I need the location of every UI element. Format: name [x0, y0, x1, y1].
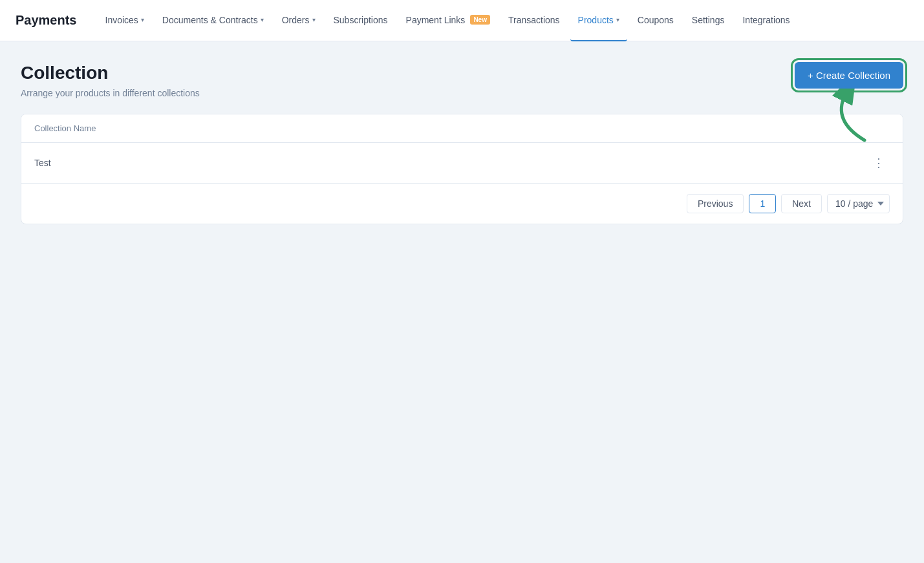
- nav-item-payment-links[interactable]: Payment LinksNew: [398, 0, 498, 41]
- page-subtitle: Arrange your products in different colle…: [21, 88, 200, 98]
- page-title-group: Collection Arrange your products in diff…: [21, 62, 200, 98]
- nav-item-subscriptions[interactable]: Subscriptions: [326, 0, 396, 41]
- table-header-row: Collection Name: [21, 114, 903, 143]
- page-header: Collection Arrange your products in diff…: [21, 62, 903, 98]
- nav-item-transactions[interactable]: Transactions: [500, 0, 568, 41]
- per-page-select[interactable]: 10 / page20 / page50 / page: [827, 194, 890, 213]
- next-button[interactable]: Next: [781, 194, 822, 213]
- nav-item-integrations[interactable]: Integrations: [735, 0, 797, 41]
- nav-item-coupons[interactable]: Coupons: [630, 0, 682, 41]
- table-row: Test⋮: [21, 143, 903, 183]
- pagination-row: Previous 1 Next 10 / page20 / page50 / p…: [21, 183, 903, 224]
- main-content: Collection Arrange your products in diff…: [0, 41, 924, 245]
- nav-item-orders[interactable]: Orders▾: [274, 0, 323, 41]
- chevron-down-icon: ▾: [312, 16, 316, 23]
- chevron-down-icon: ▾: [141, 16, 144, 23]
- table-body: Test⋮: [21, 143, 903, 183]
- column-name-header: Collection Name: [34, 123, 890, 133]
- previous-button[interactable]: Previous: [687, 194, 744, 213]
- nav-item-documents---contracts[interactable]: Documents & Contracts▾: [155, 0, 272, 41]
- nav-item-products[interactable]: Products▾: [570, 0, 627, 41]
- nav-item-settings[interactable]: Settings: [684, 0, 733, 41]
- collections-table-card: Collection Name Test⋮ Previous 1 Next 10…: [21, 114, 903, 224]
- nav-items: Invoices▾Documents & Contracts▾Orders▾Su…: [98, 0, 909, 41]
- chevron-down-icon: ▾: [261, 16, 264, 23]
- badge-new: New: [470, 15, 490, 25]
- navbar: Payments Invoices▾Documents & Contracts▾…: [0, 0, 924, 41]
- row-collection-name: Test: [34, 158, 868, 168]
- create-collection-button[interactable]: + Create Collection: [795, 62, 903, 89]
- brand-title: Payments: [16, 13, 77, 28]
- current-page-button[interactable]: 1: [749, 194, 776, 213]
- row-actions-menu-icon[interactable]: ⋮: [868, 153, 890, 173]
- page-title: Collection: [21, 62, 200, 84]
- chevron-down-icon: ▾: [616, 16, 619, 23]
- nav-item-invoices[interactable]: Invoices▾: [98, 0, 152, 41]
- create-button-wrapper: + Create Collection: [795, 62, 903, 89]
